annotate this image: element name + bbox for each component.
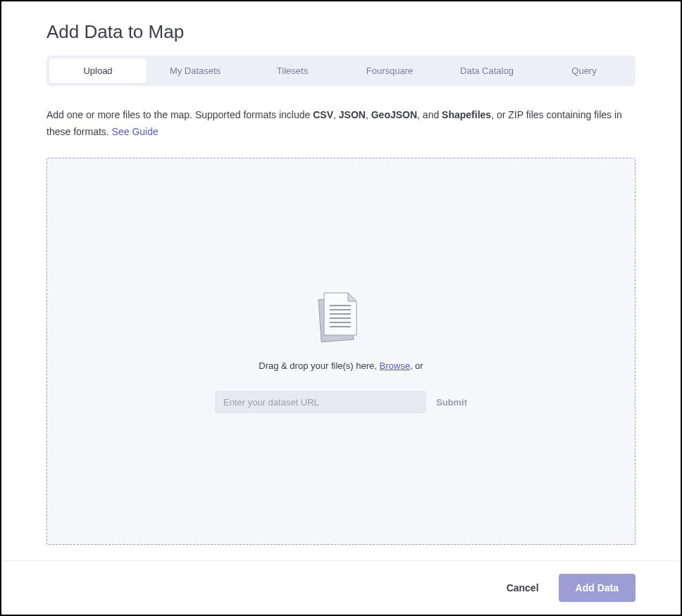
cancel-button[interactable]: Cancel	[507, 582, 539, 593]
format-shapefiles: Shapefiles	[442, 109, 491, 120]
tab-data-catalog[interactable]: Data Catalog	[438, 58, 535, 83]
desc-sep1: ,	[333, 109, 339, 120]
tab-tilesets[interactable]: Tilesets	[244, 58, 341, 83]
tab-foursquare[interactable]: Foursquare	[341, 58, 438, 83]
drop-text-prefix: Drag & drop your file(s) here,	[259, 360, 379, 371]
tab-query[interactable]: Query	[535, 58, 633, 83]
drop-text-suffix: , or	[410, 360, 423, 371]
drop-instruction: Drag & drop your file(s) here, Browse, o…	[259, 360, 423, 371]
format-csv: CSV	[313, 109, 333, 120]
see-guide-link[interactable]: See Guide	[112, 126, 159, 137]
add-data-button[interactable]: Add Data	[559, 574, 636, 602]
url-input-row: Submit	[215, 391, 467, 413]
browse-link[interactable]: Browse	[380, 360, 410, 371]
files-icon	[316, 289, 366, 348]
upload-description: Add one or more files to the map. Suppor…	[46, 107, 636, 141]
submit-url-button[interactable]: Submit	[436, 397, 467, 408]
format-json: JSON	[339, 109, 366, 120]
tabs-bar: Upload My Datasets Tilesets Foursquare D…	[46, 56, 636, 86]
dialog-footer: Cancel Add Data	[1, 560, 681, 615]
dataset-url-input[interactable]	[215, 391, 426, 413]
desc-prefix: Add one or more files to the map. Suppor…	[46, 109, 313, 120]
desc-sep3: , and	[417, 109, 442, 120]
desc-sep2: ,	[366, 109, 371, 120]
tab-upload[interactable]: Upload	[49, 58, 147, 83]
file-dropzone[interactable]: Drag & drop your file(s) here, Browse, o…	[46, 158, 636, 545]
tab-my-datasets[interactable]: My Datasets	[147, 58, 244, 83]
format-geojson: GeoJSON	[371, 109, 417, 120]
dialog-title: Add Data to Map	[46, 21, 636, 43]
